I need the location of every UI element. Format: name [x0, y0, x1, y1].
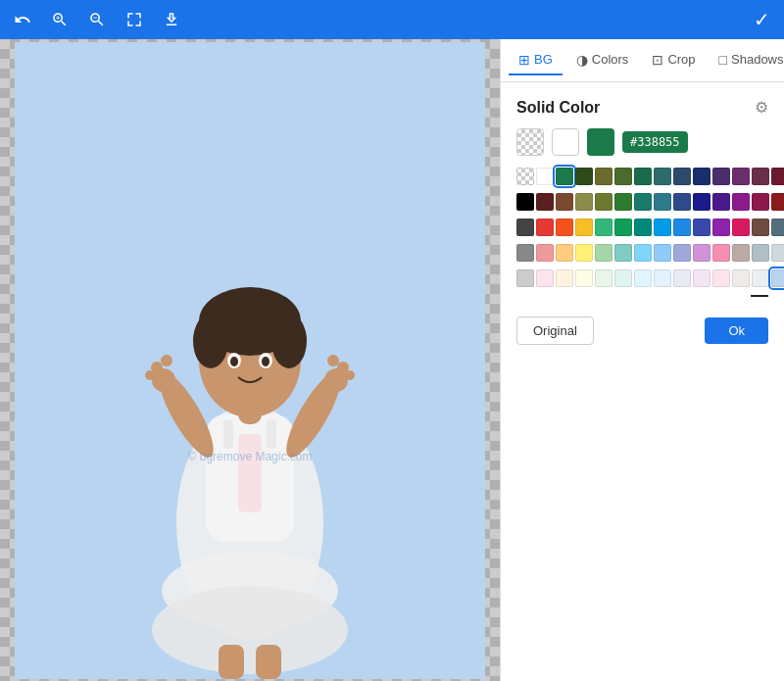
- color-cell[interactable]: [614, 219, 632, 236]
- transparent-swatch[interactable]: [516, 128, 544, 156]
- color-cell[interactable]: [634, 244, 652, 262]
- color-cell[interactable]: [556, 244, 573, 262]
- color-cell[interactable]: [634, 193, 652, 211]
- color-cell[interactable]: [556, 193, 573, 211]
- color-cell[interactable]: [654, 193, 671, 211]
- color-cell[interactable]: [556, 269, 573, 287]
- color-cell[interactable]: [654, 219, 671, 236]
- color-cell[interactable]: [595, 168, 612, 185]
- original-button[interactable]: Original: [516, 316, 594, 345]
- hex-badge[interactable]: #338855: [622, 131, 688, 153]
- color-cell[interactable]: [732, 168, 750, 185]
- color-cell[interactable]: [536, 168, 554, 185]
- canvas-area: © bgremove Magic.com: [0, 39, 500, 681]
- color-cell[interactable]: [536, 244, 554, 262]
- confirm-button[interactable]: ✓: [750, 4, 774, 35]
- color-grid-row2: [516, 193, 768, 211]
- color-cell[interactable]: [693, 244, 710, 262]
- undo-button[interactable]: [10, 7, 35, 32]
- color-cell[interactable]: [673, 193, 691, 211]
- color-cell[interactable]: [634, 219, 652, 236]
- color-cell[interactable]: [536, 269, 554, 287]
- color-cell[interactable]: [693, 219, 710, 236]
- color-cell[interactable]: [516, 193, 534, 211]
- color-cell[interactable]: [771, 244, 784, 262]
- color-cell[interactable]: [575, 269, 593, 287]
- zoom-out-button[interactable]: [84, 7, 110, 32]
- svg-rect-23: [219, 645, 244, 679]
- color-cell[interactable]: [771, 193, 784, 211]
- color-cell[interactable]: [595, 219, 612, 236]
- color-cell[interactable]: [654, 244, 671, 262]
- zoom-in-button[interactable]: [47, 7, 73, 32]
- color-cell[interactable]: [516, 269, 534, 287]
- color-cell[interactable]: [771, 219, 784, 236]
- color-cell[interactable]: [712, 244, 730, 262]
- colors-tab-icon: ◑: [576, 52, 588, 68]
- color-cell[interactable]: [712, 168, 730, 185]
- color-cell[interactable]: [595, 193, 612, 211]
- color-cell[interactable]: [575, 168, 593, 185]
- color-cell[interactable]: [732, 244, 750, 262]
- color-cell[interactable]: [752, 193, 769, 211]
- green-swatch[interactable]: [587, 128, 614, 156]
- color-cell[interactable]: [752, 269, 769, 287]
- tab-bg[interactable]: ⊞ BG: [509, 46, 563, 75]
- shadows-tab-icon: □: [719, 52, 727, 68]
- color-cell[interactable]: [536, 219, 554, 236]
- color-cell[interactable]: [634, 168, 652, 185]
- color-cell[interactable]: [575, 219, 593, 236]
- color-cell[interactable]: [673, 219, 691, 236]
- color-cell[interactable]: [673, 244, 691, 262]
- color-cell[interactable]: [693, 269, 710, 287]
- color-cell[interactable]: [732, 193, 750, 211]
- bg-tab-icon: ⊞: [518, 52, 530, 68]
- download-button[interactable]: [159, 7, 184, 32]
- color-cell[interactable]: [654, 168, 671, 185]
- color-cell[interactable]: [575, 244, 593, 262]
- color-cell[interactable]: [634, 269, 652, 287]
- color-cell[interactable]: [556, 219, 573, 236]
- color-cell[interactable]: [712, 219, 730, 236]
- color-grid-row5: [516, 269, 768, 287]
- color-cell[interactable]: [732, 219, 750, 236]
- color-cell[interactable]: [732, 269, 750, 287]
- color-cell[interactable]: [693, 193, 710, 211]
- tab-crop[interactable]: ⊡ Crop: [642, 46, 705, 75]
- ok-button[interactable]: Ok: [705, 317, 768, 344]
- svg-point-7: [193, 314, 228, 368]
- color-cell[interactable]: [654, 269, 671, 287]
- color-cell[interactable]: [595, 269, 612, 287]
- settings-icon[interactable]: ⚙: [755, 98, 768, 117]
- color-cell[interactable]: [752, 244, 769, 262]
- color-cell[interactable]: [536, 193, 554, 211]
- svg-rect-25: [238, 434, 262, 512]
- tab-colors[interactable]: ◑ Colors: [566, 46, 639, 75]
- fit-button[interactable]: [122, 7, 147, 32]
- white-swatch[interactable]: [552, 128, 579, 156]
- svg-point-22: [345, 370, 355, 380]
- color-cell[interactable]: [614, 193, 632, 211]
- color-cell[interactable]: [614, 168, 632, 185]
- color-cell[interactable]: [516, 168, 534, 185]
- color-cell[interactable]: [771, 168, 784, 185]
- color-cell[interactable]: [595, 244, 612, 262]
- tab-shadows[interactable]: □ Shadows: [710, 46, 784, 75]
- color-cell[interactable]: [614, 269, 632, 287]
- color-cell[interactable]: [693, 168, 710, 185]
- main-area: © bgremove Magic.com ⊞ BG ◑ Colors ⊡ Cro…: [0, 39, 784, 681]
- color-cell[interactable]: [516, 219, 534, 236]
- color-cell[interactable]: [752, 219, 769, 236]
- color-cell[interactable]: [673, 269, 691, 287]
- color-cell[interactable]: [556, 168, 573, 185]
- color-cell[interactable]: [771, 269, 784, 287]
- color-cell[interactable]: [752, 168, 769, 185]
- color-grid-row1: [516, 168, 768, 185]
- svg-rect-24: [256, 645, 281, 679]
- color-cell[interactable]: [575, 193, 593, 211]
- color-cell[interactable]: [516, 244, 534, 262]
- color-cell[interactable]: [614, 244, 632, 262]
- color-cell[interactable]: [712, 193, 730, 211]
- color-cell[interactable]: [712, 269, 730, 287]
- color-cell[interactable]: [673, 168, 691, 185]
